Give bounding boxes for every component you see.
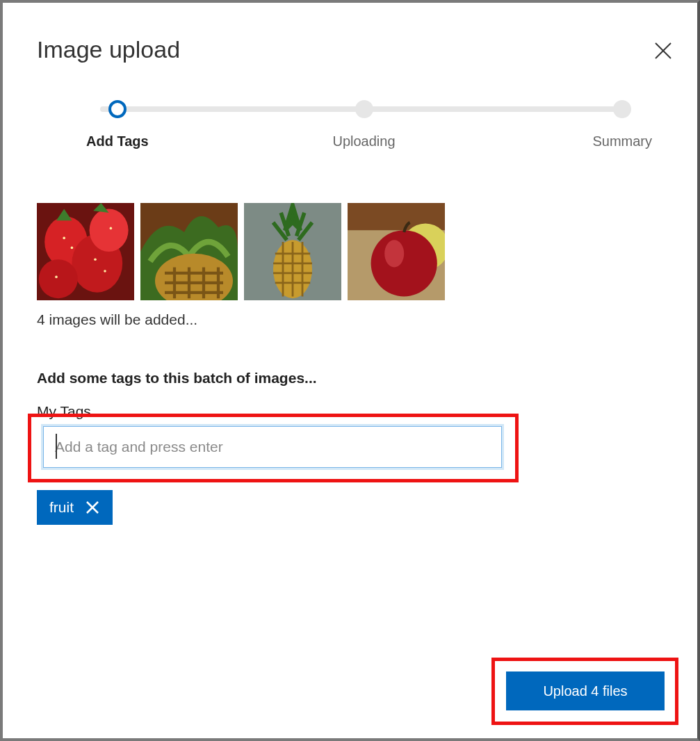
thumbnail-row [37, 203, 445, 300]
pineapple-top-icon [140, 203, 238, 300]
svg-point-20 [371, 230, 437, 296]
close-icon [85, 500, 100, 515]
progress-stepper: Add Tags Uploading Summary [79, 100, 649, 149]
svg-point-8 [71, 247, 74, 250]
dialog-title: Image upload [37, 36, 180, 63]
step-summary: Summary [592, 100, 652, 149]
thumbnail-pineapple[interactable] [244, 203, 341, 300]
upload-button[interactable]: Upload 4 files [506, 671, 665, 710]
svg-point-6 [39, 259, 78, 298]
tag-input[interactable] [44, 427, 501, 467]
svg-point-11 [110, 227, 113, 230]
step-add-tags: Add Tags [86, 100, 149, 149]
step-label: Add Tags [86, 133, 149, 149]
step-label: Summary [592, 133, 652, 149]
thumbnail-strawberries[interactable] [37, 203, 134, 300]
svg-point-21 [384, 240, 404, 267]
tag-input-container[interactable] [43, 426, 502, 468]
thumbnail-apple[interactable] [348, 203, 445, 300]
tag-chip-label: fruit [49, 499, 74, 516]
tag-chip-fruit[interactable]: fruit [37, 490, 113, 525]
my-tags-label: My Tags [37, 403, 91, 420]
thumbnail-pineapple-top[interactable] [140, 203, 238, 300]
svg-point-7 [63, 237, 65, 240]
upload-button-label: Upload 4 files [543, 683, 627, 699]
step-dot-icon [355, 100, 373, 118]
remove-tag-button[interactable] [83, 498, 101, 516]
step-dot-icon [108, 100, 127, 118]
step-uploading: Uploading [332, 100, 395, 149]
svg-point-10 [104, 270, 106, 272]
strawberries-icon [37, 203, 134, 300]
pineapple-icon [244, 203, 341, 300]
svg-point-5 [90, 209, 129, 252]
step-dot-icon [613, 100, 631, 118]
svg-point-12 [55, 276, 58, 279]
add-tags-prompt: Add some tags to this batch of images... [37, 370, 317, 386]
close-button[interactable] [649, 36, 678, 65]
image-count-text: 4 images will be added... [37, 311, 197, 328]
close-icon [653, 41, 673, 60]
step-label: Uploading [332, 133, 395, 149]
text-caret-icon [56, 434, 57, 459]
apple-icon [348, 203, 445, 300]
svg-point-9 [94, 258, 97, 261]
